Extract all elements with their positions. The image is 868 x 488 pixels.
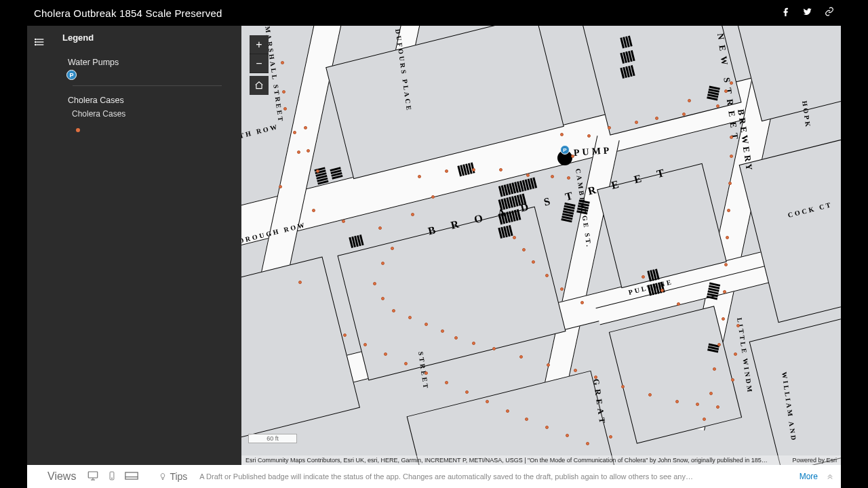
link-icon[interactable] <box>825 7 834 19</box>
cholera-case-dot[interactable] <box>404 362 408 365</box>
cholera-case-dot[interactable] <box>696 403 699 406</box>
cholera-case-dot[interactable] <box>486 400 489 403</box>
cholera-case-dot[interactable] <box>571 155 574 158</box>
view-desktop-icon[interactable] <box>87 470 99 484</box>
cholera-case-dot[interactable] <box>454 336 458 340</box>
cholera-case-dot[interactable] <box>717 343 721 346</box>
cholera-case-dot[interactable] <box>279 185 282 188</box>
cholera-case-dot[interactable] <box>373 282 376 285</box>
twitter-icon[interactable] <box>803 7 812 19</box>
facebook-icon[interactable] <box>781 7 791 19</box>
cholera-case-dot[interactable] <box>492 347 496 350</box>
cholera-case-dot[interactable] <box>298 281 302 284</box>
cholera-case-dot[interactable] <box>282 90 285 94</box>
cholera-case-dot[interactable] <box>688 99 691 102</box>
cholera-case-dot[interactable] <box>716 405 719 409</box>
cholera-case-dot[interactable] <box>703 418 706 421</box>
cholera-case-dot[interactable] <box>312 209 315 212</box>
cholera-case-dot[interactable] <box>418 175 421 178</box>
cholera-case-dot[interactable] <box>472 168 475 171</box>
cholera-case-dot[interactable] <box>363 343 367 346</box>
cholera-case-dot[interactable] <box>316 169 319 173</box>
map-view[interactable]: B R O A D S T R E E T MARSHALL STREET DU… <box>241 26 841 465</box>
cholera-case-dot[interactable] <box>728 182 732 185</box>
cholera-case-dot[interactable] <box>730 155 733 158</box>
cholera-case-dot[interactable] <box>724 263 728 266</box>
cholera-case-dot[interactable] <box>730 81 733 85</box>
cholera-case-dot[interactable] <box>608 126 611 129</box>
cholera-case-dot[interactable] <box>730 136 733 139</box>
cholera-case-dot[interactable] <box>384 352 387 356</box>
cholera-case-dot[interactable] <box>506 409 509 413</box>
home-extent-button[interactable] <box>250 76 269 95</box>
cholera-case-dot[interactable] <box>526 174 530 177</box>
cholera-case-dot[interactable] <box>709 392 713 395</box>
cholera-case-dot[interactable] <box>734 352 737 356</box>
cholera-case-dot[interactable] <box>586 442 589 445</box>
cholera-case-dot[interactable] <box>465 390 469 394</box>
cholera-case-dot[interactable] <box>594 375 597 379</box>
cholera-case-dot[interactable] <box>660 289 664 292</box>
cholera-case-dot[interactable] <box>525 418 528 421</box>
cholera-case-dot[interactable] <box>378 226 382 230</box>
pump-marker-icon[interactable]: P <box>560 145 570 155</box>
cholera-case-dot[interactable] <box>587 134 591 138</box>
cholera-case-dot[interactable] <box>635 121 638 124</box>
cholera-case-dot[interactable] <box>723 290 726 293</box>
cholera-case-dot[interactable] <box>441 329 444 333</box>
cholera-case-dot[interactable] <box>472 342 475 345</box>
cholera-case-dot[interactable] <box>736 324 740 327</box>
cholera-case-dot[interactable] <box>431 195 435 199</box>
cholera-case-dot[interactable] <box>281 61 284 64</box>
cholera-case-dot[interactable] <box>425 323 428 326</box>
cholera-case-dot[interactable] <box>621 385 625 388</box>
cholera-case-dot[interactable] <box>731 378 734 382</box>
cholera-case-dot[interactable] <box>519 355 523 359</box>
cholera-case-dot[interactable] <box>307 149 310 152</box>
cholera-case-dot[interactable] <box>499 168 502 171</box>
cholera-case-dot[interactable] <box>304 126 307 129</box>
cholera-case-dot[interactable] <box>411 213 414 216</box>
cholera-case-dot[interactable] <box>445 169 448 173</box>
cholera-case-dot[interactable] <box>425 371 428 375</box>
cholera-case-dot[interactable] <box>445 381 448 384</box>
cholera-case-dot[interactable] <box>722 317 725 321</box>
cholera-case-dot[interactable] <box>532 260 535 264</box>
cholera-case-dot[interactable] <box>283 107 287 110</box>
view-layout-icon[interactable] <box>125 471 138 483</box>
zoom-out-button[interactable]: − <box>250 54 269 73</box>
cholera-case-dot[interactable] <box>642 275 645 279</box>
legend-toggle-button[interactable] <box>31 33 50 52</box>
cholera-case-dot[interactable] <box>343 333 347 337</box>
cholera-case-dot[interactable] <box>675 400 679 403</box>
cholera-case-dot[interactable] <box>677 302 680 306</box>
cholera-case-dot[interactable] <box>293 131 296 134</box>
cholera-case-dot[interactable] <box>724 89 728 93</box>
cholera-case-dot[interactable] <box>392 309 395 312</box>
collapse-bar-icon[interactable] <box>826 472 834 482</box>
tips-more-link[interactable]: More <box>800 472 818 481</box>
cholera-case-dot[interactable] <box>545 426 549 429</box>
cholera-case-dot[interactable] <box>726 236 729 239</box>
cholera-case-dot[interactable] <box>713 367 716 371</box>
cholera-case-dot[interactable] <box>381 297 384 300</box>
cholera-case-dot[interactable] <box>551 175 554 178</box>
cholera-case-dot[interactable] <box>408 316 412 319</box>
cholera-case-dot[interactable] <box>342 220 345 223</box>
cholera-case-dot[interactable] <box>609 435 612 439</box>
view-mobile-icon[interactable] <box>107 470 117 484</box>
cholera-case-dot[interactable] <box>574 369 577 372</box>
cholera-case-dot[interactable] <box>391 247 394 250</box>
cholera-case-dot[interactable] <box>580 301 584 304</box>
cholera-case-dot[interactable] <box>648 393 652 396</box>
cholera-case-dot[interactable] <box>655 117 658 120</box>
cholera-case-dot[interactable] <box>682 113 686 116</box>
cholera-case-dot[interactable] <box>727 209 730 212</box>
cholera-case-dot[interactable] <box>545 274 549 277</box>
cholera-case-dot[interactable] <box>716 104 719 108</box>
cholera-case-dot[interactable] <box>560 133 564 136</box>
cholera-case-dot[interactable] <box>513 236 516 239</box>
cholera-case-dot[interactable] <box>297 150 300 154</box>
cholera-case-dot[interactable] <box>566 434 569 437</box>
cholera-case-dot[interactable] <box>560 287 564 291</box>
